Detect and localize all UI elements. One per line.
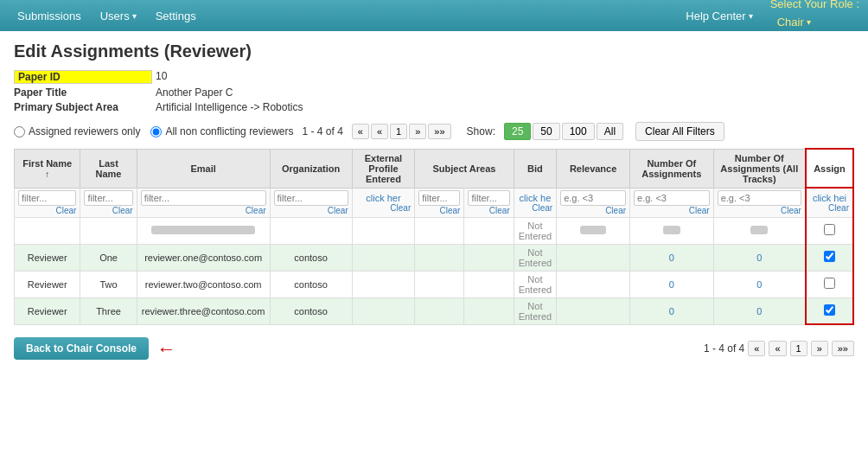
assign-checkbox-cell[interactable] bbox=[806, 217, 853, 244]
filter-first-name-input[interactable] bbox=[18, 190, 76, 206]
num-assignments-all-link[interactable]: 0 bbox=[756, 279, 762, 290]
back-to-chair-console-btn[interactable]: Back to Chair Console bbox=[14, 337, 149, 360]
filter-bid-link[interactable]: click he bbox=[520, 193, 552, 203]
filter-organization-input[interactable] bbox=[274, 190, 348, 206]
paper-title-value: Another Paper C bbox=[156, 86, 233, 99]
assign-checkbox[interactable] bbox=[824, 304, 835, 316]
paper-id-label: Paper ID bbox=[14, 70, 152, 84]
show-25-btn[interactable]: 25 bbox=[504, 123, 531, 140]
filter-secondary-input[interactable] bbox=[468, 190, 509, 206]
filter-primary: Clear bbox=[415, 188, 464, 217]
show-btns: 25 50 100 All bbox=[504, 123, 623, 140]
th-first-name: First Name ↑ bbox=[15, 149, 80, 188]
radio-all-non-conflicting[interactable]: All non conflicting reviewers bbox=[150, 125, 293, 137]
radio-group: Assigned reviewers only All non conflict… bbox=[14, 125, 293, 137]
next-page-btn[interactable]: » bbox=[409, 124, 426, 139]
table-subheader-row: Clear Clear Clear Clear click her Clear bbox=[15, 188, 854, 217]
clear-num-assignments[interactable]: Clear bbox=[634, 206, 710, 215]
footer-page-num-btn[interactable]: 1 bbox=[790, 341, 807, 356]
first-page-btn[interactable]: « bbox=[352, 124, 369, 139]
filter-last-name: Clear bbox=[80, 188, 137, 217]
footer-row: Back to Chair Console ← 1 - 4 of 4 « « 1… bbox=[14, 334, 854, 364]
filter-email-input[interactable] bbox=[141, 190, 266, 206]
assign-checkbox-cell[interactable] bbox=[806, 297, 853, 324]
num-assignments-all-link[interactable]: 0 bbox=[756, 306, 762, 316]
footer-last-btn[interactable]: »» bbox=[832, 341, 854, 356]
clear-last-name[interactable]: Clear bbox=[84, 206, 132, 215]
assign-checkbox[interactable] bbox=[824, 278, 835, 289]
filter-last-name-input[interactable] bbox=[84, 190, 132, 206]
page-num-btn[interactable]: 1 bbox=[390, 124, 407, 139]
num-assignments-link[interactable]: 0 bbox=[669, 306, 674, 316]
nav-arrows: « « 1 » »» bbox=[352, 124, 451, 139]
filter-num-assignments-input[interactable] bbox=[634, 190, 710, 206]
footer-first-btn[interactable]: « bbox=[748, 341, 765, 356]
filter-external-profile: click her Clear bbox=[352, 188, 415, 217]
filter-assign-link[interactable]: click hei bbox=[813, 193, 846, 203]
th-last-name: Last Name bbox=[80, 149, 137, 188]
assign-checkbox-cell[interactable] bbox=[806, 244, 853, 271]
radio-assigned-only[interactable]: Assigned reviewers only bbox=[14, 125, 140, 137]
sort-arrow-first-name: ↑ bbox=[45, 169, 49, 179]
footer-pagination: 1 - 4 of 4 « « 1 » »» bbox=[704, 341, 854, 356]
paper-title-label: Paper Title bbox=[14, 86, 152, 99]
paper-id-row: Paper ID 10 bbox=[14, 70, 854, 84]
role-select: Select Your Role : Chair bbox=[770, 0, 859, 34]
paper-title-row: Paper Title Another Paper C bbox=[14, 86, 854, 99]
filter-num-assignments-all-input[interactable] bbox=[718, 190, 801, 206]
show-100-btn[interactable]: 100 bbox=[562, 123, 595, 140]
clear-email[interactable]: Clear bbox=[141, 206, 266, 215]
assign-checkbox[interactable] bbox=[824, 224, 835, 235]
page-info: 1 - 4 of 4 bbox=[302, 125, 342, 137]
nav-settings[interactable]: Settings bbox=[147, 4, 205, 28]
show-all-btn[interactable]: All bbox=[597, 123, 623, 140]
th-relevance: Relevance bbox=[557, 149, 630, 188]
show-50-btn[interactable]: 50 bbox=[533, 123, 559, 140]
nav-users[interactable]: Users bbox=[93, 4, 144, 28]
nav-right: Help Center Select Your Role : Chair bbox=[679, 0, 859, 34]
assign-checkbox[interactable] bbox=[824, 251, 835, 262]
clear-first-name[interactable]: Clear bbox=[18, 206, 76, 215]
clear-external-profile[interactable]: Clear bbox=[356, 203, 412, 213]
paper-id-value: 10 bbox=[156, 70, 167, 84]
filter-external-profile-link[interactable]: click her bbox=[366, 193, 400, 203]
filter-assign: click hei Clear bbox=[806, 188, 853, 217]
role-label: Select Your Role : bbox=[770, 0, 859, 10]
meta-table: Paper ID 10 Paper Title Another Paper C … bbox=[14, 70, 854, 113]
clear-assign[interactable]: Clear bbox=[810, 203, 849, 213]
primary-subject-row: Primary Subject Area Artificial Intellig… bbox=[14, 101, 854, 113]
primary-subject-label: Primary Subject Area bbox=[14, 101, 152, 113]
filter-secondary: Clear bbox=[464, 188, 514, 217]
num-assignments-link[interactable]: 0 bbox=[669, 252, 674, 263]
last-page-btn[interactable]: »» bbox=[428, 124, 450, 139]
clear-relevance[interactable]: Clear bbox=[560, 206, 626, 215]
clear-num-assignments-all[interactable]: Clear bbox=[718, 206, 801, 215]
filter-organization: Clear bbox=[270, 188, 352, 217]
clear-primary[interactable]: Clear bbox=[418, 206, 460, 215]
th-num-assignments-all: Number Of Assignments (All Tracks) bbox=[713, 149, 806, 188]
filter-relevance-input[interactable] bbox=[560, 190, 626, 206]
th-bid: Bid bbox=[514, 149, 557, 188]
nav-left: Submissions Users Settings bbox=[9, 4, 205, 28]
prev-page-btn[interactable]: « bbox=[371, 124, 388, 139]
role-value[interactable]: Chair bbox=[770, 10, 859, 34]
clear-bid[interactable]: Clear bbox=[518, 203, 553, 213]
footer-next-btn[interactable]: » bbox=[811, 341, 828, 356]
top-nav: Submissions Users Settings Help Center S… bbox=[0, 0, 868, 31]
assignments-table: First Name ↑ Last Name Email Organizatio… bbox=[14, 148, 854, 325]
th-external-profile: External Profile Entered bbox=[352, 149, 415, 188]
num-assignments-all-link[interactable]: 0 bbox=[756, 252, 762, 263]
filter-num-assignments-all: Clear bbox=[713, 188, 806, 217]
clear-secondary[interactable]: Clear bbox=[468, 206, 509, 215]
clear-filters-btn[interactable]: Clear All Filters bbox=[635, 122, 724, 141]
bid-cell: NotEntered bbox=[514, 217, 557, 244]
assign-checkbox-cell[interactable] bbox=[806, 271, 853, 297]
nav-submissions[interactable]: Submissions bbox=[9, 4, 90, 28]
th-subject-areas: Subject Areas bbox=[415, 149, 514, 188]
clear-organization[interactable]: Clear bbox=[274, 206, 348, 215]
nav-help-center[interactable]: Help Center bbox=[679, 4, 759, 28]
footer-prev-btn[interactable]: « bbox=[769, 341, 786, 356]
filter-primary-input[interactable] bbox=[418, 190, 460, 206]
num-assignments-link[interactable]: 0 bbox=[669, 279, 674, 290]
table-header-row: First Name ↑ Last Name Email Organizatio… bbox=[15, 149, 854, 188]
